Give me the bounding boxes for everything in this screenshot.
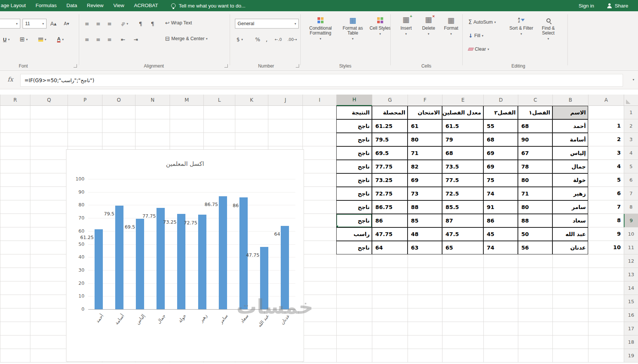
fill-button[interactable]: ↓Fill▾ bbox=[467, 31, 485, 41]
cell-G3[interactable]: 79.5 bbox=[372, 133, 408, 146]
cell-H12[interactable] bbox=[336, 254, 372, 268]
cell-R5[interactable] bbox=[0, 160, 30, 173]
align-right-button[interactable]: ≡ bbox=[106, 35, 113, 44]
row-header-5[interactable]: 5 bbox=[624, 160, 638, 173]
cell-B17[interactable] bbox=[552, 322, 588, 335]
align-top-button[interactable]: ≡ bbox=[83, 19, 91, 29]
column-header-O[interactable]: O bbox=[102, 95, 135, 106]
cell-H3[interactable]: ناجح bbox=[336, 133, 372, 146]
sort-filter-button[interactable]: AZ Sort & Filter ▾ bbox=[509, 16, 534, 36]
cell-H2[interactable]: ناجح bbox=[336, 119, 372, 133]
cell-C4[interactable]: 67 bbox=[518, 146, 552, 160]
column-header-G[interactable]: G bbox=[372, 95, 408, 106]
cell-R19[interactable] bbox=[0, 349, 30, 362]
cell-B5[interactable]: جمال bbox=[552, 160, 588, 173]
cell-F7[interactable]: 73 bbox=[408, 187, 442, 200]
cell-A9[interactable]: 8 bbox=[588, 214, 624, 227]
cell-R9[interactable] bbox=[0, 214, 30, 227]
cell-H6[interactable]: ناجح bbox=[336, 173, 372, 187]
cell-E1[interactable]: معدل الفصلين bbox=[442, 106, 483, 119]
cell-D11[interactable]: 74 bbox=[483, 241, 518, 254]
column-header-F[interactable]: F bbox=[408, 95, 442, 106]
cell-D19[interactable] bbox=[483, 349, 518, 362]
cell-A7[interactable]: 6 bbox=[588, 187, 624, 200]
cell-E12[interactable] bbox=[442, 254, 483, 268]
cell-R13[interactable] bbox=[0, 268, 30, 281]
cell-R16[interactable] bbox=[0, 308, 30, 322]
cell-L1[interactable] bbox=[203, 106, 235, 119]
cell-Q8[interactable] bbox=[30, 200, 68, 214]
cell-D4[interactable]: 69 bbox=[483, 146, 518, 160]
cell-R3[interactable] bbox=[0, 133, 30, 146]
cell-F13[interactable] bbox=[408, 268, 442, 281]
bar-إلياس[interactable] bbox=[136, 219, 144, 309]
cell-H15[interactable] bbox=[336, 295, 372, 308]
cell-F1[interactable]: الامتحان bbox=[408, 106, 442, 119]
cell-C13[interactable] bbox=[518, 268, 552, 281]
cell-R12[interactable] bbox=[0, 254, 30, 268]
cell-L2[interactable] bbox=[203, 119, 235, 133]
cell-C9[interactable]: 88 bbox=[518, 214, 552, 227]
row-header-1[interactable]: 1 bbox=[624, 106, 638, 119]
cell-I11[interactable] bbox=[302, 241, 336, 254]
cell-B14[interactable] bbox=[552, 281, 588, 295]
cell-R11[interactable] bbox=[0, 241, 30, 254]
borders-button[interactable]: ⊞▾ bbox=[18, 35, 29, 44]
cell-C17[interactable] bbox=[518, 322, 552, 335]
cell-M1[interactable] bbox=[170, 106, 203, 119]
cell-K2[interactable] bbox=[235, 119, 268, 133]
cell-Q10[interactable] bbox=[30, 227, 68, 241]
cell-Q11[interactable] bbox=[30, 241, 68, 254]
cell-P3[interactable] bbox=[68, 133, 102, 146]
cell-I3[interactable] bbox=[302, 133, 336, 146]
cell-C1[interactable]: الفصل١ bbox=[518, 106, 552, 119]
format-as-table-button[interactable]: ▦ Format as Table ▾ bbox=[339, 16, 367, 41]
cell-R14[interactable] bbox=[0, 281, 30, 295]
orientation-button[interactable]: ab▾ bbox=[119, 19, 129, 29]
tab-view[interactable]: View bbox=[108, 0, 129, 11]
cell-Q7[interactable] bbox=[30, 187, 68, 200]
row-header-13[interactable]: 13 bbox=[624, 268, 638, 281]
cell-O1[interactable] bbox=[102, 106, 135, 119]
cell-P2[interactable] bbox=[68, 119, 102, 133]
cell-A3[interactable]: 2 bbox=[588, 133, 624, 146]
column-header-P[interactable]: P bbox=[68, 95, 102, 106]
bar-خولة[interactable] bbox=[177, 214, 185, 309]
row-header-14[interactable]: 14 bbox=[624, 281, 638, 295]
cell-H10[interactable]: راسب bbox=[336, 227, 372, 241]
cell-G14[interactable] bbox=[372, 281, 408, 295]
row-header-18[interactable]: 18 bbox=[624, 335, 638, 349]
cell-E5[interactable]: 73.5 bbox=[442, 160, 483, 173]
cell-R8[interactable] bbox=[0, 200, 30, 214]
cell-G2[interactable]: 61.25 bbox=[372, 119, 408, 133]
cell-B3[interactable]: أسامة bbox=[552, 133, 588, 146]
cell-E2[interactable]: 61.5 bbox=[442, 119, 483, 133]
column-header-I[interactable]: I bbox=[302, 95, 336, 106]
cell-D13[interactable] bbox=[483, 268, 518, 281]
row-header-4[interactable]: 4 bbox=[624, 146, 638, 160]
cell-Q15[interactable] bbox=[30, 295, 68, 308]
tab-age-layout[interactable]: age Layout bbox=[0, 0, 31, 11]
row-header-12[interactable]: 12 bbox=[624, 254, 638, 268]
cell-H8[interactable]: ناجح bbox=[336, 200, 372, 214]
cell-I8[interactable] bbox=[302, 200, 336, 214]
cell-H16[interactable] bbox=[336, 308, 372, 322]
cell-C3[interactable]: 90 bbox=[518, 133, 552, 146]
cell-C16[interactable] bbox=[518, 308, 552, 322]
cell-H7[interactable]: ناجح bbox=[336, 187, 372, 200]
increase-indent-button[interactable]: ⇥ bbox=[132, 35, 140, 44]
column-header-C[interactable]: C bbox=[518, 95, 552, 106]
cell-E14[interactable] bbox=[442, 281, 483, 295]
row-header-19[interactable]: 19 bbox=[624, 349, 638, 362]
cell-E3[interactable]: 79 bbox=[442, 133, 483, 146]
cell-I13[interactable] bbox=[302, 268, 336, 281]
row-header-6[interactable]: 6 bbox=[624, 173, 638, 187]
row-header-16[interactable]: 16 bbox=[624, 308, 638, 322]
cell-A17[interactable] bbox=[588, 322, 624, 335]
row-header-15[interactable]: 15 bbox=[624, 295, 638, 308]
cell-G12[interactable] bbox=[372, 254, 408, 268]
cell-A18[interactable] bbox=[588, 335, 624, 349]
bar-سامر[interactable] bbox=[219, 196, 227, 309]
fx-icon[interactable]: fx bbox=[8, 76, 13, 83]
cell-C2[interactable]: 68 bbox=[518, 119, 552, 133]
